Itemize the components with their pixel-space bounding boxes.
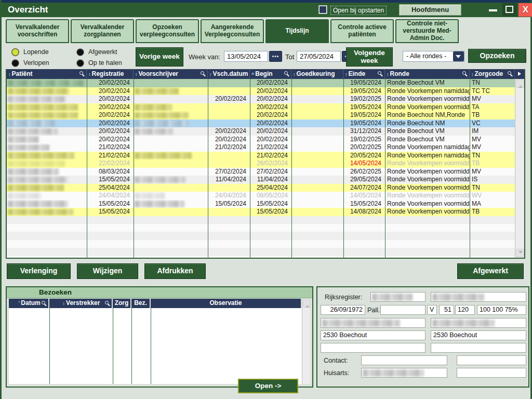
verlenging-button[interactable]: Verlenging — [7, 263, 71, 279]
extra-field-left[interactable] — [321, 343, 425, 353]
tab-vervalkalender-zorgplannen[interactable]: Vervalkalender zorgplannen — [71, 19, 134, 43]
patient-name-field[interactable] — [431, 292, 526, 302]
table-row[interactable]: 20/02/202420/02/202419/05/2024Ronde Voor… — [7, 103, 515, 112]
search-icon[interactable] — [508, 71, 511, 75]
number-field[interactable]: 120 — [455, 305, 475, 315]
extra-field-right[interactable] — [431, 343, 526, 353]
minimize-button[interactable] — [486, 3, 500, 16]
tab-tijdslijn[interactable]: Tijdslijn — [265, 19, 329, 43]
close-button[interactable]: X — [518, 3, 532, 17]
column-header-voorschrijver[interactable]: ↕Voorschrijver — [134, 69, 208, 79]
vorige-week-button[interactable]: Vorige week — [136, 47, 183, 66]
city-field-left[interactable]: 2530 Boechout — [321, 330, 425, 340]
table-row[interactable]: 15/05/202415/05/202414/08/2024Ronde Voor… — [7, 208, 515, 216]
bezoeken-column-verstrekker[interactable]: ↕Verstrekker — [49, 299, 113, 308]
tab-controle-niet-verstuurde-med-admin-doc-[interactable]: Controle niet-verstuurde Med-Admin Doc. — [395, 19, 459, 43]
table-row[interactable]: 25/04/202425/04/202424/07/2024Ronde Voor… — [7, 184, 515, 192]
table-row[interactable]: 21/02/202421/02/202421/02/202420/02/2025… — [7, 143, 515, 152]
cell-patient — [7, 127, 87, 136]
table-row[interactable]: 21/02/202421/02/202420/05/2024Ronde Voor… — [7, 152, 515, 160]
opzoeken-button[interactable]: Opzoeken — [468, 49, 526, 63]
table-row[interactable]: 20/02/202420/02/202419/05/2024Ronde Voor… — [7, 87, 515, 96]
search-icon[interactable] — [378, 71, 381, 75]
radio-op-te-halen[interactable] — [77, 60, 84, 66]
search-icon[interactable] — [284, 71, 288, 75]
column-scroll-right-icon[interactable] — [515, 69, 524, 79]
table-vertical-scrollbar[interactable] — [515, 79, 524, 258]
street-field-right[interactable] — [431, 318, 526, 328]
from-date-picker-button[interactable]: ••• — [269, 51, 282, 62]
search-icon[interactable] — [105, 301, 109, 304]
column-header-pati-nt[interactable]: ↕Patiënt — [7, 69, 87, 79]
rijksregister-field[interactable] — [370, 292, 425, 302]
age-field[interactable]: 51 — [439, 305, 454, 315]
table-row[interactable]: 20/02/202420/02/202420/02/202419/02/2025… — [7, 136, 515, 144]
tab-aangerekende-verpleegconsulten[interactable]: Aangerekende Verpleegconsulten — [201, 19, 264, 43]
bezoeken-column-bez-[interactable]: Bez. — [131, 299, 151, 308]
table-row[interactable]: 20/02/202420/02/202419/05/2024Ronde Boec… — [7, 119, 515, 128]
column-header-begin[interactable]: ^Begin — [250, 69, 291, 79]
column-separator — [49, 308, 50, 384]
table-row[interactable]: 20/02/202420/02/202420/02/202431/12/2024… — [7, 127, 515, 136]
dropdown-arrow-icon[interactable] — [453, 51, 464, 61]
cell-vsch: 21/02/2024 — [208, 143, 250, 152]
bezoeken-table-header: ˇDatum↕VerstrekkerZorgBez.Observatie — [9, 299, 302, 308]
afgewerkt-button[interactable]: Afgewerkt — [457, 263, 524, 279]
table-row[interactable]: 15/05/202415/05/202415/05/202415/05/2024… — [7, 200, 515, 208]
column-header-einde[interactable]: ↕Einde — [343, 69, 385, 79]
afdrukken-button[interactable]: Afdrukken — [144, 263, 206, 279]
table-row[interactable]: 24/04/202424/04/202408/05/202414/05/2024… — [7, 192, 515, 200]
scroll-up-icon[interactable] — [516, 79, 524, 88]
search-icon[interactable] — [201, 71, 204, 75]
cell-voorschrijver — [134, 103, 208, 112]
cell-patient — [7, 152, 87, 160]
column-header-registratie[interactable]: ↕Registratie — [87, 69, 134, 79]
week-to-field[interactable]: 27/05/2024 — [297, 51, 341, 62]
scroll-down-icon[interactable] — [516, 249, 524, 257]
volgende-week-button[interactable]: Volgende week — [346, 47, 393, 66]
table-row[interactable]: 08/03/202427/02/202427/02/202426/02/2025… — [7, 168, 515, 176]
week-from-field[interactable]: 13/05/2024 — [224, 51, 268, 62]
table-row[interactable]: 20/02/202420/02/202419/05/2024Ronde Boec… — [7, 79, 515, 87]
column-header-vsch-datum[interactable]: ↕Vsch.datum — [208, 69, 250, 79]
table-row[interactable]: 15/05/202411/04/202411/04/202429/05/2024… — [7, 176, 515, 184]
column-header-zorgcode[interactable]: ↕Zorgcode — [470, 69, 515, 79]
pall-field[interactable] — [380, 305, 425, 315]
contact-field-2[interactable] — [457, 355, 526, 365]
contact-field[interactable] — [361, 355, 447, 365]
column-header-goedkeuring[interactable]: ↕Goedkeuring — [291, 69, 343, 79]
scroll-up-icon[interactable] — [303, 299, 310, 308]
bezoeken-column-datum[interactable]: ˇDatum — [9, 299, 49, 308]
bezoeken-scrollbar[interactable] — [302, 299, 310, 384]
huisarts-field-2[interactable] — [457, 368, 526, 378]
bezoeken-column-observatie[interactable]: Observatie — [151, 299, 302, 308]
tab-opzoeken-verpleegconsulten[interactable]: Opzoeken verpleegconsulten — [136, 19, 199, 43]
birthdate-field[interactable]: 26/09/1972 — [321, 305, 365, 315]
maximize-button[interactable] — [502, 3, 517, 16]
table-row[interactable]: 20/02/202420/02/202420/02/202419/02/2025… — [7, 95, 515, 103]
table-row[interactable]: 22/02/202426/02/202414/05/2024Ronde Voor… — [7, 159, 515, 168]
radio-afgewerkt[interactable] — [77, 49, 84, 56]
titlebar[interactable]: Overzicht Open bij opstarten Hoofdmenu X — [2, 3, 530, 17]
percentages-field[interactable]: 100 100 75% — [477, 305, 526, 315]
cell-patient — [7, 184, 87, 192]
gender-field[interactable]: V — [427, 305, 437, 315]
search-icon[interactable] — [79, 71, 83, 75]
street-field-left[interactable] — [321, 318, 425, 328]
open-bij-opstarten-checkbox[interactable] — [318, 5, 327, 14]
column-header-ronde[interactable]: ↕Ronde — [385, 69, 470, 79]
table-row[interactable]: 20/02/202420/02/202419/05/2024Ronde Boec… — [7, 111, 515, 119]
tab-controle-actieve-pati-nten[interactable]: Controle actieve patiënten — [330, 19, 394, 43]
search-icon[interactable] — [42, 301, 45, 304]
tab-vervalkalender-voorschriften[interactable]: Vervalkalender voorschriften — [6, 19, 69, 43]
search-icon[interactable] — [462, 71, 466, 75]
hoofdmenu-button[interactable]: Hoofdmenu — [399, 4, 461, 16]
city-field-right[interactable]: 2530 Boechout — [431, 330, 526, 340]
radio-lopende[interactable] — [12, 49, 19, 56]
huisarts-field[interactable] — [361, 368, 447, 378]
bezoeken-column-zorg[interactable]: Zorg — [113, 299, 131, 308]
radio-verlopen[interactable] — [12, 60, 19, 66]
open-button[interactable]: Open -> — [238, 379, 298, 393]
bezoeken-table-body — [9, 308, 302, 384]
wijzigen-button[interactable]: Wijzigen — [77, 263, 138, 279]
